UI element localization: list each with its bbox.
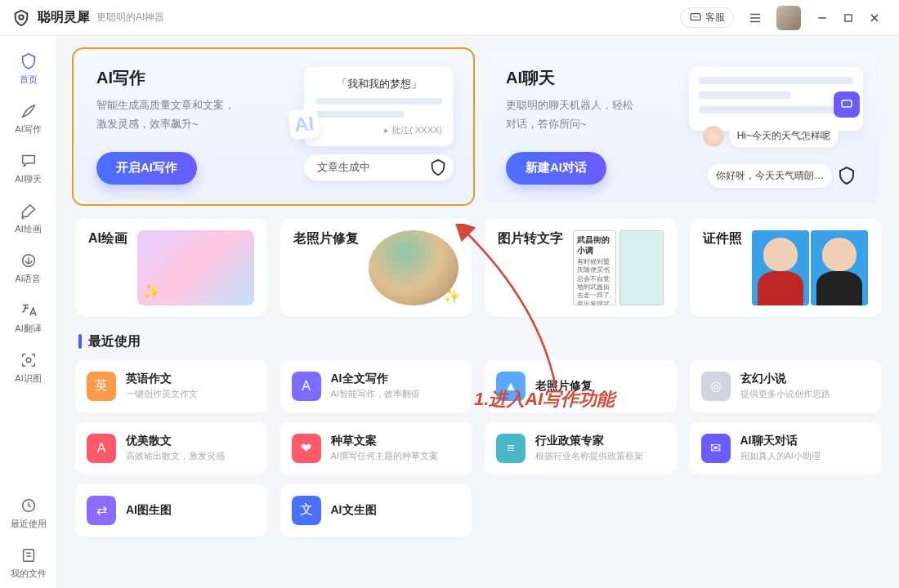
- recent-item[interactable]: A优美散文高效输出散文，激发灵感: [75, 422, 267, 474]
- tool-card-paint[interactable]: AI绘画: [75, 219, 267, 317]
- sidebar-item-write[interactable]: AI写作: [0, 94, 56, 144]
- tool-card-title: 图片转文字: [498, 230, 563, 305]
- window-maximize-button[interactable]: [837, 7, 860, 29]
- hero-write-desc: 智能生成高质量文章和文案， 激发灵感，效率飙升~: [96, 96, 293, 134]
- user-avatar[interactable]: [776, 6, 801, 30]
- sidebar-item-label: Ai语音: [16, 273, 42, 285]
- sidebar-item-files[interactable]: 我的文件: [0, 538, 56, 588]
- preview-status-text: 文章生成中: [317, 160, 370, 175]
- recent-item-icon: ❤: [292, 434, 321, 463]
- recent-item[interactable]: ≡行业政策专家根据行业名称提供政策框架: [485, 422, 677, 474]
- window-close-button[interactable]: [863, 7, 886, 29]
- recent-item-icon: 文: [292, 496, 321, 525]
- write-preview-window: 「我和我的梦想」 ▸ 批注( XXXX): [304, 67, 454, 146]
- recent-item[interactable]: ❤种草文案AI撰写任何主题的种草文案: [280, 422, 472, 474]
- recent-item-title: 行业政策专家: [535, 434, 643, 448]
- window-minimize-button[interactable]: [811, 7, 834, 29]
- hero-chat-desc: 更聪明的聊天机器人，轻松 对话，答你所问~: [506, 96, 678, 134]
- sidebar-item-label: AI聊天: [15, 173, 41, 185]
- sidebar-item-label: AI识图: [15, 372, 41, 385]
- support-label: 客服: [705, 11, 725, 24]
- sidebar-item-voice[interactable]: Ai语音: [0, 243, 56, 293]
- tool-card-title: 老照片修复: [293, 230, 359, 305]
- recent-item[interactable]: ▲老照片修复: [485, 360, 677, 412]
- start-ai-write-button[interactable]: 开启AI写作: [96, 152, 197, 185]
- recent-item-title: 英语作文: [126, 372, 198, 386]
- recent-item-title: 玄幻小说: [740, 372, 830, 386]
- app-logo-icon: [11, 8, 31, 28]
- recent-item-sub: AI撰写任何主题的种草文案: [331, 450, 438, 462]
- sidebar-item-ocr[interactable]: AI识图: [0, 343, 56, 393]
- sidebar: 首页 AI写作 AI聊天 AI绘画 Ai语音 AI翻译 AI识图 最: [0, 36, 57, 588]
- svg-point-3: [695, 16, 695, 17]
- tool-card-title: AI绘画: [88, 230, 127, 305]
- recent-item-sub: 一键创作英文作文: [126, 388, 198, 400]
- tool-thumbnail: [752, 230, 869, 305]
- preview-generating-pill: 文章生成中: [304, 154, 454, 180]
- recent-item-icon: ⇄: [87, 496, 116, 525]
- svg-rect-9: [23, 550, 34, 562]
- recent-item[interactable]: ◎玄幻小说提供更多小说创作思路: [690, 360, 882, 412]
- recent-item-icon: A: [87, 434, 116, 463]
- hero-card-chat[interactable]: AI聊天 更聪明的聊天机器人，轻松 对话，答你所问~ 新建AI对话 Hi~今天的…: [485, 51, 881, 203]
- sidebar-item-label: 我的文件: [11, 568, 47, 580]
- sidebar-item-chat[interactable]: AI聊天: [0, 144, 56, 194]
- recent-item[interactable]: 英英语作文一键创作英文作文: [75, 360, 267, 412]
- recent-section-title: 最近使用: [78, 333, 881, 350]
- app-name: 聪明灵犀: [38, 9, 90, 26]
- tool-thumbnail: [137, 230, 254, 305]
- app-tagline: 更聪明的AI神器: [96, 11, 164, 24]
- sidebar-item-label: 最近使用: [11, 518, 47, 530]
- recent-grid: 英英语作文一键创作英文作文AAI全文写作AI智能写作，效率翻倍▲老照片修复◎玄幻…: [75, 360, 881, 537]
- sidebar-item-label: AI写作: [15, 123, 41, 136]
- recent-item-icon: A: [292, 372, 321, 401]
- svg-point-7: [26, 358, 31, 363]
- tool-card-restore[interactable]: 老照片修复: [280, 219, 472, 317]
- main-area: AI写作 智能生成高质量文章和文案， 激发灵感，效率飙升~ 开启AI写作 AI …: [57, 36, 899, 588]
- preview-note: ▸ 批注( XXXX): [315, 124, 442, 136]
- sidebar-item-label: AI绘画: [15, 223, 41, 235]
- cube-icon: [429, 158, 447, 176]
- recent-item[interactable]: ✉AI聊天对话宛如真人的AI小助理: [690, 422, 882, 474]
- preview-doc-title: 「我和我的梦想」: [315, 77, 442, 91]
- recent-item-icon: ✉: [701, 434, 731, 463]
- svg-point-2: [693, 16, 694, 17]
- menu-button[interactable]: [744, 7, 767, 29]
- tool-card-title: 证件照: [703, 230, 742, 305]
- chat-bubble-icon: [689, 11, 702, 24]
- sidebar-item-home[interactable]: 首页: [0, 44, 56, 94]
- recent-item-icon: ≡: [496, 434, 526, 463]
- sidebar-item-recent[interactable]: 最近使用: [0, 488, 56, 538]
- recent-item-icon: ◎: [701, 372, 731, 401]
- recent-item[interactable]: AAI全文写作AI智能写作，效率翻倍: [280, 360, 472, 412]
- recent-item-icon: ▲: [496, 372, 526, 401]
- chat-bubble-user: Hi~今天的天气怎样呢: [703, 124, 839, 148]
- hero-card-write[interactable]: AI写作 智能生成高质量文章和文案， 激发灵感，效率飙升~ 开启AI写作 AI …: [75, 51, 472, 203]
- title-bar: 聪明灵犀 更聪明的AI神器 客服: [0, 0, 899, 36]
- hero-chat-title: AI聊天: [506, 67, 678, 89]
- sidebar-item-paint[interactable]: AI绘画: [0, 194, 56, 243]
- recent-item-title: AI全文写作: [331, 372, 420, 386]
- recent-item-title: 老照片修复: [535, 379, 593, 394]
- cube-icon: [837, 166, 857, 185]
- tools-row: AI绘画老照片修复图片转文字武昌街的小调有时候到重庆随便买书总会不自觉地到武昌街…: [75, 219, 881, 317]
- sidebar-item-translate[interactable]: AI翻译: [0, 293, 56, 343]
- tool-thumbnail: [369, 230, 459, 305]
- svg-rect-10: [842, 100, 852, 107]
- support-button[interactable]: 客服: [680, 7, 734, 28]
- mini-avatar-icon: [703, 126, 724, 147]
- recent-item-title: AI聊天对话: [740, 434, 821, 448]
- hero-write-title: AI写作: [96, 67, 293, 89]
- recent-item[interactable]: 文AI文生图: [280, 484, 472, 537]
- svg-point-0: [19, 15, 24, 19]
- new-ai-chat-button[interactable]: 新建AI对话: [506, 152, 606, 185]
- recent-item-sub: 高效输出散文，激发灵感: [126, 450, 225, 462]
- recent-item-title: AI图生图: [126, 503, 172, 518]
- recent-item[interactable]: ⇄AI图生图: [75, 484, 267, 537]
- recent-item-title: 优美散文: [126, 434, 225, 448]
- ai-glyph-badge: AI: [288, 108, 320, 140]
- tool-card-ocr[interactable]: 图片转文字武昌街的小调有时候到重庆随便买书总会不自觉地到武昌街去走一回了,最近发…: [485, 219, 677, 317]
- tool-card-id[interactable]: 证件照: [690, 219, 882, 317]
- recent-item-sub: AI智能写作，效率翻倍: [331, 388, 420, 400]
- recent-item-sub: 宛如真人的AI小助理: [740, 450, 821, 462]
